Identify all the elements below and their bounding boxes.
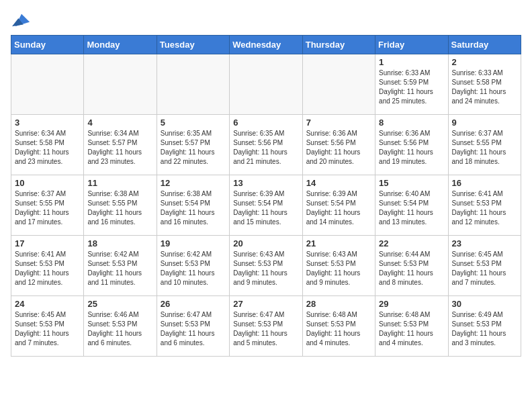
calendar-cell: 19Sunrise: 6:42 AM Sunset: 5:53 PM Dayli… <box>157 236 229 296</box>
day-number: 11 <box>87 178 152 188</box>
day-number: 9 <box>452 118 517 128</box>
calendar-cell <box>84 54 157 115</box>
calendar-cell: 18Sunrise: 6:42 AM Sunset: 5:53 PM Dayli… <box>84 236 157 296</box>
day-info: Sunrise: 6:47 AM Sunset: 5:53 PM Dayligh… <box>233 310 298 348</box>
weekday-header-tuesday: Tuesday <box>157 36 229 54</box>
calendar-cell: 30Sunrise: 6:49 AM Sunset: 5:53 PM Dayli… <box>448 296 521 357</box>
day-number: 20 <box>233 238 298 248</box>
calendar-week-3: 10Sunrise: 6:37 AM Sunset: 5:55 PM Dayli… <box>11 175 521 236</box>
calendar-week-5: 24Sunrise: 6:45 AM Sunset: 5:53 PM Dayli… <box>11 296 521 357</box>
calendar-week-1: 1Sunrise: 6:33 AM Sunset: 5:59 PM Daylig… <box>11 54 521 115</box>
day-number: 16 <box>452 178 517 188</box>
weekday-header-row: SundayMondayTuesdayWednesdayThursdayFrid… <box>11 36 521 54</box>
day-number: 29 <box>379 299 444 309</box>
day-number: 28 <box>306 299 371 309</box>
day-info: Sunrise: 6:40 AM Sunset: 5:54 PM Dayligh… <box>379 189 444 227</box>
calendar-cell: 17Sunrise: 6:41 AM Sunset: 5:53 PM Dayli… <box>11 236 84 296</box>
day-number: 22 <box>379 238 444 248</box>
day-number: 4 <box>87 118 152 128</box>
calendar-cell: 4Sunrise: 6:34 AM Sunset: 5:57 PM Daylig… <box>84 115 157 175</box>
day-number: 1 <box>379 57 444 67</box>
day-number: 19 <box>161 238 226 248</box>
calendar-cell: 12Sunrise: 6:38 AM Sunset: 5:54 PM Dayli… <box>157 175 229 236</box>
day-info: Sunrise: 6:41 AM Sunset: 5:53 PM Dayligh… <box>452 189 517 227</box>
day-info: Sunrise: 6:42 AM Sunset: 5:53 PM Dayligh… <box>87 250 152 287</box>
day-number: 15 <box>379 178 444 188</box>
calendar-cell: 23Sunrise: 6:45 AM Sunset: 5:53 PM Dayli… <box>448 236 521 296</box>
day-number: 18 <box>87 238 152 248</box>
logo <box>11 11 31 30</box>
day-info: Sunrise: 6:38 AM Sunset: 5:55 PM Dayligh… <box>87 189 152 227</box>
day-info: Sunrise: 6:48 AM Sunset: 5:53 PM Dayligh… <box>379 310 444 348</box>
calendar-cell: 21Sunrise: 6:43 AM Sunset: 5:53 PM Dayli… <box>302 236 375 296</box>
calendar-cell: 6Sunrise: 6:35 AM Sunset: 5:56 PM Daylig… <box>230 115 302 175</box>
calendar-cell: 5Sunrise: 6:35 AM Sunset: 5:57 PM Daylig… <box>157 115 229 175</box>
calendar-cell: 9Sunrise: 6:37 AM Sunset: 5:55 PM Daylig… <box>448 115 521 175</box>
weekday-header-wednesday: Wednesday <box>230 36 302 54</box>
day-info: Sunrise: 6:33 AM Sunset: 5:58 PM Dayligh… <box>452 68 517 106</box>
calendar-week-2: 3Sunrise: 6:34 AM Sunset: 5:58 PM Daylig… <box>11 115 521 175</box>
day-number: 12 <box>161 178 226 188</box>
day-info: Sunrise: 6:34 AM Sunset: 5:57 PM Dayligh… <box>87 129 152 167</box>
calendar-cell: 22Sunrise: 6:44 AM Sunset: 5:53 PM Dayli… <box>375 236 448 296</box>
day-number: 30 <box>452 299 517 309</box>
calendar-cell: 3Sunrise: 6:34 AM Sunset: 5:58 PM Daylig… <box>11 115 84 175</box>
calendar-cell: 8Sunrise: 6:36 AM Sunset: 5:56 PM Daylig… <box>375 115 448 175</box>
day-number: 17 <box>15 238 80 248</box>
day-number: 13 <box>233 178 298 188</box>
day-info: Sunrise: 6:45 AM Sunset: 5:53 PM Dayligh… <box>452 250 517 287</box>
day-info: Sunrise: 6:42 AM Sunset: 5:53 PM Dayligh… <box>161 250 226 287</box>
day-info: Sunrise: 6:41 AM Sunset: 5:53 PM Dayligh… <box>15 250 80 287</box>
weekday-header-sunday: Sunday <box>11 36 84 54</box>
calendar-cell: 15Sunrise: 6:40 AM Sunset: 5:54 PM Dayli… <box>375 175 448 236</box>
calendar-cell: 7Sunrise: 6:36 AM Sunset: 5:56 PM Daylig… <box>302 115 375 175</box>
day-number: 10 <box>15 178 80 188</box>
day-number: 6 <box>233 118 298 128</box>
calendar-cell <box>157 54 229 115</box>
calendar-cell: 13Sunrise: 6:39 AM Sunset: 5:54 PM Dayli… <box>230 175 302 236</box>
day-number: 24 <box>15 299 80 309</box>
day-info: Sunrise: 6:43 AM Sunset: 5:53 PM Dayligh… <box>233 250 298 287</box>
weekday-header-friday: Friday <box>375 36 448 54</box>
day-info: Sunrise: 6:43 AM Sunset: 5:53 PM Dayligh… <box>306 250 371 287</box>
day-info: Sunrise: 6:46 AM Sunset: 5:53 PM Dayligh… <box>87 310 152 348</box>
day-info: Sunrise: 6:35 AM Sunset: 5:57 PM Dayligh… <box>161 129 226 167</box>
calendar-table: SundayMondayTuesdayWednesdayThursdayFrid… <box>11 35 521 357</box>
day-info: Sunrise: 6:44 AM Sunset: 5:53 PM Dayligh… <box>379 250 444 287</box>
day-info: Sunrise: 6:37 AM Sunset: 5:55 PM Dayligh… <box>15 189 80 227</box>
day-info: Sunrise: 6:39 AM Sunset: 5:54 PM Dayligh… <box>233 189 298 227</box>
day-number: 3 <box>15 118 80 128</box>
calendar-cell: 24Sunrise: 6:45 AM Sunset: 5:53 PM Dayli… <box>11 296 84 357</box>
day-info: Sunrise: 6:49 AM Sunset: 5:53 PM Dayligh… <box>452 310 517 348</box>
calendar-cell: 11Sunrise: 6:38 AM Sunset: 5:55 PM Dayli… <box>84 175 157 236</box>
day-info: Sunrise: 6:47 AM Sunset: 5:53 PM Dayligh… <box>161 310 226 348</box>
calendar-cell: 2Sunrise: 6:33 AM Sunset: 5:58 PM Daylig… <box>448 54 521 115</box>
day-number: 7 <box>306 118 371 128</box>
day-number: 23 <box>452 238 517 248</box>
calendar-cell <box>302 54 375 115</box>
day-info: Sunrise: 6:36 AM Sunset: 5:56 PM Dayligh… <box>379 129 444 167</box>
day-number: 5 <box>161 118 226 128</box>
day-number: 27 <box>233 299 298 309</box>
calendar-cell: 26Sunrise: 6:47 AM Sunset: 5:53 PM Dayli… <box>157 296 229 357</box>
day-number: 14 <box>306 178 371 188</box>
calendar-cell: 27Sunrise: 6:47 AM Sunset: 5:53 PM Dayli… <box>230 296 302 357</box>
calendar-cell <box>230 54 302 115</box>
weekday-header-monday: Monday <box>84 36 157 54</box>
day-info: Sunrise: 6:37 AM Sunset: 5:55 PM Dayligh… <box>452 129 517 167</box>
day-number: 2 <box>452 57 517 67</box>
day-info: Sunrise: 6:38 AM Sunset: 5:54 PM Dayligh… <box>161 189 226 227</box>
calendar-cell: 29Sunrise: 6:48 AM Sunset: 5:53 PM Dayli… <box>375 296 448 357</box>
day-info: Sunrise: 6:34 AM Sunset: 5:58 PM Dayligh… <box>15 129 80 167</box>
day-info: Sunrise: 6:39 AM Sunset: 5:54 PM Dayligh… <box>306 189 371 227</box>
calendar-cell: 25Sunrise: 6:46 AM Sunset: 5:53 PM Dayli… <box>84 296 157 357</box>
day-info: Sunrise: 6:48 AM Sunset: 5:53 PM Dayligh… <box>306 310 371 348</box>
day-info: Sunrise: 6:36 AM Sunset: 5:56 PM Dayligh… <box>306 129 371 167</box>
weekday-header-saturday: Saturday <box>448 36 521 54</box>
calendar-week-4: 17Sunrise: 6:41 AM Sunset: 5:53 PM Dayli… <box>11 236 521 296</box>
calendar-cell: 20Sunrise: 6:43 AM Sunset: 5:53 PM Dayli… <box>230 236 302 296</box>
day-number: 21 <box>306 238 371 248</box>
day-info: Sunrise: 6:45 AM Sunset: 5:53 PM Dayligh… <box>15 310 80 348</box>
day-number: 8 <box>379 118 444 128</box>
calendar-cell: 16Sunrise: 6:41 AM Sunset: 5:53 PM Dayli… <box>448 175 521 236</box>
